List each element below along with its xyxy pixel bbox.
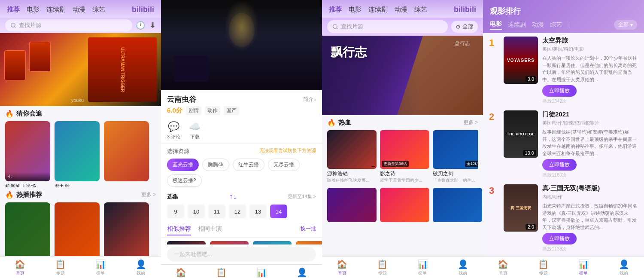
- thumb-card-1[interactable]: [327, 188, 377, 222]
- nav3-item-recommend[interactable]: 推荐: [329, 6, 342, 14]
- bottom-nav4-home[interactable]: 🏠 首页: [483, 259, 523, 276]
- nav3-item-movie[interactable]: 电影: [349, 6, 361, 14]
- drama-card-2-title: 君九龄: [55, 183, 100, 187]
- bottom-nav3-topic[interactable]: 📋 专题: [362, 259, 403, 276]
- rank-img-1[interactable]: HOT VOYAGERS 3.0: [504, 37, 538, 84]
- nav-item-recommend[interactable]: 推荐: [7, 6, 20, 14]
- nav-item-movie[interactable]: 电影: [27, 6, 39, 14]
- bottom-nav-profile[interactable]: 👤 我的: [121, 259, 161, 276]
- bottom-nav2-home[interactable]: 🏠 首页: [161, 267, 201, 278]
- rank-img-3[interactable]: HOT 真·三国无双 2.0: [504, 184, 538, 232]
- drama-card-2[interactable]: 君九龄 天佑六年，志宗崩逝，其次女公...: [55, 121, 100, 184]
- play-btn-2[interactable]: 立即播放: [542, 159, 577, 171]
- bottom-navigation-3: 🏠 首页 📋 专题 📊 榜单 👤 我的: [322, 256, 483, 278]
- source-btn-2[interactable]: 红牛云播: [233, 159, 264, 171]
- panel-home: 推荐 电影 连续剧 动漫 综艺 bilibili 查找片源 🕐 ⬇ ULTRAM…: [0, 0, 161, 278]
- video-intro-link[interactable]: 简介 ›: [303, 96, 316, 103]
- rec-cards[interactable]: [161, 238, 322, 244]
- bottom-nav2-rank[interactable]: 📊 榜单: [242, 267, 282, 278]
- video-player[interactable]: [161, 0, 322, 90]
- hot-more-link[interactable]: 更多 >: [141, 191, 156, 199]
- play-btn-1[interactable]: 立即播放: [542, 85, 577, 97]
- recommend-scroll[interactable]: 七 机智的上半场 该剧从四名刚刚进入大学校园... 君九龄 天佑六年，志宗崩逝，…: [0, 119, 161, 187]
- bottom-nav4-topic[interactable]: 📋 专题: [523, 259, 564, 276]
- rank-info-3: 真·三国无双(粤语版) 内地/动作 由光荣特库摩正式授权，改编自畅销20年同名游…: [542, 184, 638, 252]
- bottom-nav-home[interactable]: 🏠 首页: [0, 259, 40, 276]
- chevron-right-icon: ›: [314, 97, 316, 103]
- nav-item-variety[interactable]: 综艺: [92, 6, 105, 14]
- ep-btn-13[interactable]: 13: [249, 205, 267, 218]
- topic-icon-3: 📋: [377, 259, 388, 269]
- nav3-item-series[interactable]: 连续剧: [368, 6, 388, 14]
- source-btn-1[interactable]: 腾腾4k: [202, 159, 229, 171]
- drama-card-3[interactable]: [104, 121, 149, 184]
- hot-card-2[interactable]: [55, 202, 100, 253]
- rank-name-2: 门徒2021: [542, 110, 638, 119]
- filter-button[interactable]: ⚙ 全部: [451, 21, 478, 33]
- hot-card-anime-3[interactable]: 全12话 破刃之剑 「克鲁森大陆」的住...: [433, 130, 478, 183]
- bottom-nav4-rank[interactable]: 📊 榜单: [564, 259, 604, 276]
- rank-tab-variety[interactable]: 综艺: [550, 21, 562, 29]
- ep-btn-14[interactable]: 14: [270, 205, 287, 218]
- hot-card-anime-1[interactable]: 源神浩劫 随着科技的飞速发展...: [327, 130, 377, 183]
- rank-filter-label: 全部: [618, 21, 629, 28]
- anime-banner[interactable]: 飘行志 盘行志: [322, 36, 483, 115]
- video-info: 云南虫谷 简介 › 6.0分 剧情 动作 国产: [161, 90, 322, 118]
- comment-input[interactable]: 一起来吐槽吧...: [167, 247, 316, 262]
- nav-item-series[interactable]: 连续剧: [46, 6, 66, 14]
- drama-card-2-img: [55, 121, 100, 181]
- ep-sort-icon[interactable]: ↑↓: [229, 192, 237, 201]
- drama-card-1[interactable]: 七 机智的上半场 该剧从四名刚刚进入大学校园...: [5, 121, 50, 184]
- bottom-nav-rank[interactable]: 📊 榜单: [81, 259, 121, 276]
- rank-img-2[interactable]: HOT THE PROTÉGÉ 10.0: [504, 110, 538, 158]
- nav-item-anime[interactable]: 动漫: [73, 6, 85, 14]
- ep-btn-11[interactable]: 11: [208, 205, 225, 218]
- nav3-item-anime[interactable]: 动漫: [395, 6, 407, 14]
- rank-filter[interactable]: 全部 ▾: [614, 20, 637, 30]
- hot-card-3[interactable]: [104, 202, 149, 253]
- hot-card-anime-2[interactable]: 更新至第36话 影之诗 就学于天青学园的少...: [380, 130, 429, 183]
- comment-action[interactable]: 💬 3 评论: [167, 121, 180, 140]
- bottom-nav3-home[interactable]: 🏠 首页: [322, 259, 362, 276]
- history-icon[interactable]: 🕐: [136, 21, 145, 30]
- play-btn-3[interactable]: 立即播放: [542, 233, 577, 244]
- source-btn-0[interactable]: 蓝光云播: [167, 159, 199, 171]
- thumb-card-3[interactable]: [433, 188, 482, 222]
- rec-tab-similar[interactable]: 相似推荐: [167, 225, 191, 235]
- rec-tab-cast[interactable]: 相同主演: [198, 225, 222, 235]
- hot-scroll[interactable]: [0, 201, 161, 256]
- search-bar-3[interactable]: 查找片源: [327, 20, 448, 33]
- rank-tab-movie[interactable]: 电影: [490, 20, 502, 30]
- rec-switch[interactable]: 换一批: [301, 225, 316, 235]
- rank-tab-anime[interactable]: 动漫: [532, 21, 544, 29]
- ep-title: 选集: [167, 193, 178, 201]
- source-btn-3[interactable]: 无尽云播: [268, 159, 300, 171]
- rank-tab-series[interactable]: 连续剧: [508, 21, 526, 29]
- ep-btn-10[interactable]: 10: [188, 205, 205, 218]
- ep-btn-9[interactable]: 9: [167, 205, 184, 218]
- rank-genre-2: 美国/动作/惊悚/犯罪/犯罪片: [542, 120, 638, 126]
- hot-more-3[interactable]: 更多 >: [463, 119, 478, 126]
- thumb-card-2[interactable]: [380, 188, 429, 222]
- search-bar[interactable]: 查找片源: [5, 19, 132, 31]
- banner-area[interactable]: ULTRAMAN TRIGGER youku: [0, 33, 161, 106]
- hot-card-anime-2-title: 影之诗: [380, 170, 429, 177]
- download-action[interactable]: ☁️ 下载: [189, 121, 200, 140]
- bottom-nav3-profile[interactable]: 👤 我的: [443, 259, 483, 276]
- video-title: 云南虫谷: [167, 95, 196, 104]
- download-icon[interactable]: ⬇: [149, 21, 156, 30]
- rank-page-title: 观影排行: [490, 6, 637, 16]
- bottom-nav3-rank[interactable]: 📊 榜单: [403, 259, 443, 276]
- hot-card-1[interactable]: [5, 202, 50, 253]
- hot-card-anime-1-title: 源神浩劫: [327, 170, 377, 177]
- bottom-nav2-topic[interactable]: 📋 专题: [201, 267, 242, 278]
- ep-btn-12[interactable]: 12: [229, 205, 246, 218]
- play-count-2: 播放1180次: [542, 172, 638, 178]
- bottom-nav4-profile[interactable]: 👤 我的: [604, 259, 644, 276]
- source-btn-4[interactable]: 极速云播2: [167, 174, 202, 187]
- bottom-nav2-profile[interactable]: 👤 我的: [282, 267, 322, 278]
- bottom-nav-topic[interactable]: 📋 专题: [40, 259, 81, 276]
- rec-card-1-img: [167, 241, 206, 244]
- nav3-item-variety[interactable]: 综艺: [414, 6, 427, 14]
- bilibili-logo: bilibili: [132, 5, 154, 14]
